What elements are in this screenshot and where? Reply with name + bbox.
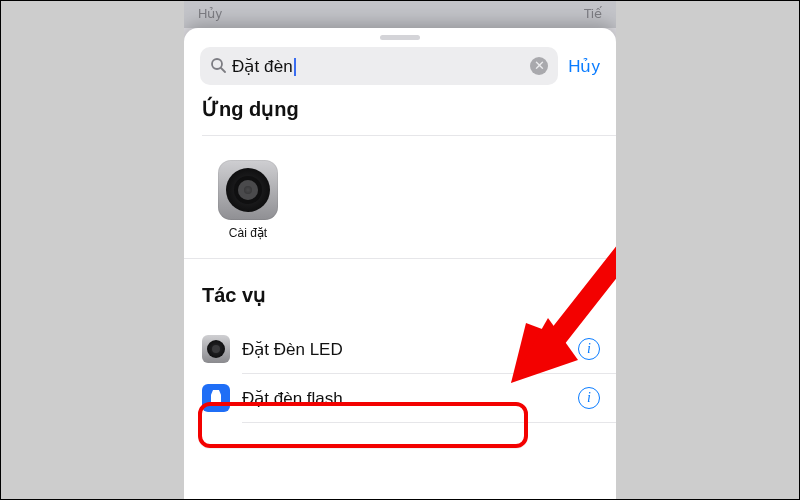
app-settings[interactable]: Cài đặt (208, 160, 288, 240)
search-field[interactable]: Đặt đèn ✕ (200, 47, 558, 85)
search-icon (210, 57, 226, 76)
phone-frame: Hủy Tiế Đặt đèn ✕ Hủy Ứng dụng (184, 0, 616, 500)
action-set-led[interactable]: Đặt Đèn LED i (184, 325, 616, 373)
modal-sheet: Đặt đèn ✕ Hủy Ứng dụng Cài đặt Tác vụ (184, 28, 616, 500)
cancel-button[interactable]: Hủy (568, 56, 600, 77)
sheet-grabber[interactable] (380, 35, 420, 40)
row-label: Đặt đèn flash (242, 388, 566, 409)
settings-icon (202, 335, 230, 363)
section-title-apps: Ứng dụng (184, 93, 616, 129)
actions-list: Đặt Đèn LED i Đặt đèn flash i (184, 325, 616, 423)
divider (242, 422, 616, 423)
apps-grid: Cài đặt (184, 136, 616, 258)
search-input[interactable]: Đặt đèn (232, 56, 524, 77)
settings-app-icon (218, 160, 278, 220)
info-button[interactable]: i (578, 338, 600, 360)
section-title-actions: Tác vụ (184, 259, 616, 325)
app-label: Cài đặt (229, 226, 267, 240)
clear-search-button[interactable]: ✕ (530, 57, 548, 75)
row-label: Đặt Đèn LED (242, 339, 566, 360)
flashlight-icon (202, 384, 230, 412)
search-bar-row: Đặt đèn ✕ Hủy (184, 47, 616, 93)
action-set-flash[interactable]: Đặt đèn flash i (184, 374, 616, 422)
info-button[interactable]: i (578, 387, 600, 409)
svg-line-1 (221, 68, 225, 72)
background-sheet: Hủy Tiế (184, 0, 616, 28)
results-scroll[interactable]: Ứng dụng Cài đặt Tác vụ Đặt Đèn LED i (184, 93, 616, 500)
behind-right-text: Tiế (584, 6, 602, 22)
text-cursor (294, 58, 296, 76)
behind-left-text: Hủy (198, 6, 222, 22)
